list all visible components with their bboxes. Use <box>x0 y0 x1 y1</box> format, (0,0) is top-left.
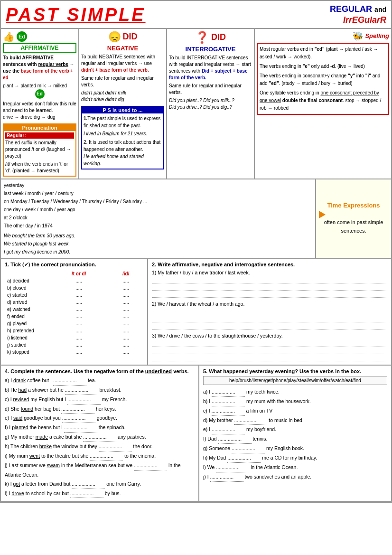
bee-icon: 🐝 <box>353 31 363 41</box>
list-item: h) pretended.......... <box>6 328 142 334</box>
pronunciation-title: Pronunciation <box>4 124 75 131</box>
spelling-title: Spelling <box>365 32 389 39</box>
pronunciation-body: The ed suffix is normally pronounced /t … <box>5 140 74 174</box>
exercise4-body: a) I drank coffee but I ................… <box>5 376 195 499</box>
exercise1-title: 1. Tick (✓) the correct pronunciation. <box>5 262 143 268</box>
list-item: e) watched.......... <box>6 306 142 312</box>
spelling-body: Most regular verbs end in "ed" (plant → … <box>260 46 386 112</box>
time-expressions-list: yesterday last week / month / year / cen… <box>1 179 315 258</box>
thumbs-up-icon: 👍 <box>3 31 15 42</box>
regular-label: Regular: <box>5 132 74 139</box>
time-expressions-box: Time Expressions often come in past simp… <box>315 179 391 258</box>
list-item: i) listened.......... <box>6 335 142 341</box>
exercise5-title: 5. What happened yesterday evening? Use … <box>203 368 387 374</box>
list-item: j) studied.......... <box>6 342 142 348</box>
list-item: k) stopped.......... <box>6 349 142 355</box>
negative-title: NEGATIVE <box>81 45 164 52</box>
affirmative-body: To build AFFIRMATIVE sentences with regu… <box>3 55 76 121</box>
arrow-icon <box>319 211 326 218</box>
interrogative-body: To build INTERROGATIVE sentences with re… <box>169 55 252 111</box>
list-item: a) decided.......... <box>6 278 142 284</box>
verb-box: help/brush/listen/get/phone/play/steal/s… <box>203 376 387 385</box>
did-negative-label: DID <box>123 32 138 42</box>
list-item: c) started.......... <box>6 292 142 298</box>
exercise4-title: 4. Complete the sentences. Use the negat… <box>5 368 195 374</box>
ex2-sentence1: 1) My father / buy / a new tractor / las… <box>152 269 387 276</box>
interrogative-title: INTERROGATIVE <box>169 46 252 53</box>
list-item: f) ended.......... <box>6 313 142 320</box>
page-title: PAST SIMPLE <box>6 5 330 25</box>
exercise5-body: a) I ................. my teeth twice. b… <box>203 387 387 482</box>
list-item: b) closed.......... <box>6 285 142 291</box>
did-interrogative-label: DID <box>211 32 226 42</box>
ed-badge: Ed <box>17 31 27 42</box>
exercise2-title: 2. Write affirmative, negative and inter… <box>152 262 387 267</box>
ps-body: 1.The past simple is used to express fin… <box>84 115 162 167</box>
list-item: g) played.......... <box>6 320 142 327</box>
subtitle: REGULAR and IrrEGularR <box>330 4 386 26</box>
affirmative-title: AFFIRMATIVE <box>3 43 76 53</box>
ex2-sentence2: 2) We / harvest / the wheat / a month ag… <box>152 301 387 308</box>
ex2-sentence3: 3) We / drive / the cows / to the slaugh… <box>152 332 387 339</box>
list-item: d) arrived.......... <box>6 299 142 305</box>
sad-smiley-icon: 😞 <box>108 31 121 43</box>
question-mark-icon: ❓ <box>195 31 209 44</box>
ps-title: P S is used to ... <box>82 107 163 113</box>
negative-body: To build NEGATIVE sentences with regular… <box>81 54 164 103</box>
brother-text: brother <box>217 417 233 423</box>
